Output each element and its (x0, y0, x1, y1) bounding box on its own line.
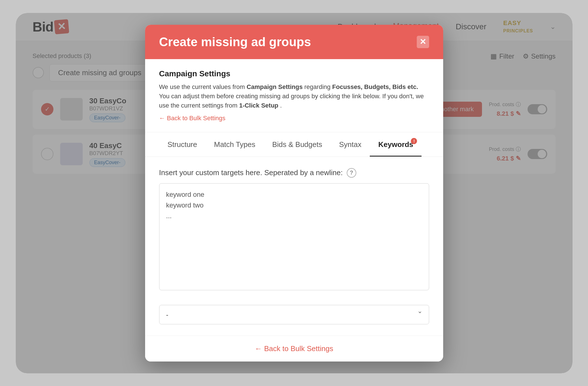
keywords-tab-badge: ! (411, 138, 417, 144)
create-missing-ad-groups-modal: Create missing ad groups ✕ Campaign Sett… (145, 25, 443, 362)
keyword-type-dropdown[interactable]: - (159, 305, 429, 324)
modal-footer: ← Back to Bulk Settings (145, 336, 443, 362)
back-to-bulk-settings-bottom-link[interactable]: ← Back to Bulk Settings (255, 344, 333, 353)
modal-tabs: Structure Match Types Bids & Budgets Syn… (145, 132, 443, 157)
modal-body: Insert your custom targets here. Seperat… (145, 157, 443, 336)
campaign-settings-title: Campaign Settings (159, 69, 429, 78)
modal-close-button[interactable]: ✕ (417, 36, 429, 48)
custom-targets-label: Insert your custom targets here. Seperat… (159, 168, 429, 178)
tab-structure[interactable]: Structure (159, 132, 206, 157)
tab-match-types[interactable]: Match Types (206, 132, 264, 157)
modal-overlay: Create missing ad groups ✕ Campaign Sett… (16, 13, 573, 373)
keywords-textarea[interactable]: keyword one keyword two ... (159, 183, 429, 290)
tab-bids-budgets[interactable]: Bids & Budgets (264, 132, 331, 157)
tab-keywords[interactable]: Keywords ! (370, 132, 422, 157)
tab-syntax[interactable]: Syntax (331, 132, 370, 157)
campaign-settings-description: We use the current values from Campaign … (159, 82, 429, 110)
modal-header: Create missing ad groups ✕ (145, 25, 443, 59)
back-to-bulk-settings-top-link[interactable]: ← Back to Bulk Settings (159, 115, 226, 122)
dropdown-wrapper: - ⌄ (159, 298, 429, 324)
help-icon[interactable]: ? (347, 168, 356, 178)
campaign-settings-section: Campaign Settings We use the current val… (145, 59, 443, 132)
modal-title: Create missing ad groups (159, 35, 311, 49)
